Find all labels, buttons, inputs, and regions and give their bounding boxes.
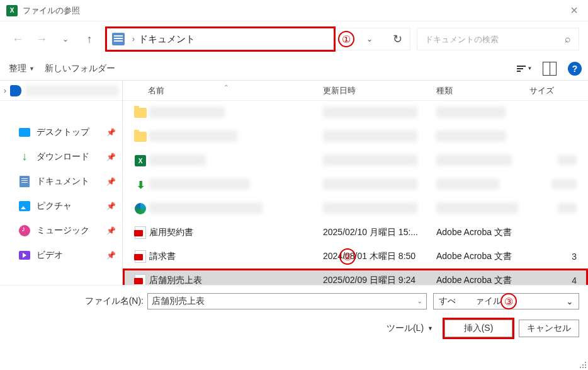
new-folder-button[interactable]: 新しいフォルダー [42, 63, 118, 74]
main-area: › デスクトップ 📌 ↓ ダウンロード 📌 ドキュメント 📌 ピクチャ 📌 ミ [0, 81, 588, 285]
list-item[interactable] [123, 125, 588, 149]
view-mode-button[interactable]: ▼ [515, 62, 534, 76]
tree-label: ピクチャ [37, 200, 100, 212]
file-type: Adobe Acroba 文書 [436, 275, 529, 285]
pin-icon: 📌 [106, 177, 116, 186]
forward-button[interactable]: → [33, 30, 50, 48]
redacted-text [149, 202, 263, 214]
column-size[interactable]: サイズ [529, 85, 588, 96]
address-location: ドキュメント [139, 33, 195, 45]
nav-row: ← → ⌄ ↑ › ドキュメント ① ⌄ ↻ ⌕ [0, 21, 588, 57]
downloads-icon: ↓ [22, 150, 28, 163]
onedrive-icon [10, 85, 21, 96]
toolbar: 整理 ▼ 新しいフォルダー ▼ ? [0, 57, 588, 81]
documents-icon [20, 176, 30, 187]
list-item[interactable] [123, 101, 588, 125]
chevron-down-icon: ▼ [427, 325, 433, 332]
tree-item-videos[interactable]: ビデオ 📌 [0, 243, 122, 267]
back-button[interactable]: ← [9, 30, 26, 48]
redacted-text [149, 154, 206, 166]
file-name: 店舗別売上表 [149, 275, 323, 285]
file-list: 名前 ⌃ 更新日時 種類 サイズ X [123, 81, 588, 285]
file-date: 2025/02/09 日曜日 9:24 [323, 275, 436, 285]
column-headers: 名前 ⌃ 更新日時 種類 サイズ [123, 81, 588, 101]
organize-menu[interactable]: 整理 ▼ [6, 63, 37, 74]
search-box[interactable]: ⌕ [417, 28, 579, 50]
pictures-icon [19, 201, 30, 211]
resize-grip[interactable] [577, 359, 587, 369]
redacted-text [436, 130, 506, 142]
filetype-filter[interactable]: すべ ァイル ⌄ ③ [433, 293, 579, 309]
window-title: ファイルの参照 [23, 5, 80, 16]
pin-icon: 📌 [106, 128, 116, 137]
navigation-tree: › デスクトップ 📌 ↓ ダウンロード 📌 ドキュメント 📌 ピクチャ 📌 ミ [0, 81, 123, 285]
tree-label: ドキュメント [37, 176, 100, 187]
excel-file-icon: X [135, 155, 146, 166]
search-input[interactable] [425, 35, 565, 44]
redacted-text [436, 107, 506, 118]
annotation-overlay [455, 296, 477, 307]
redacted-text [323, 154, 417, 166]
download-file-icon: ⬇ [135, 179, 146, 190]
footer: ファイル名(N): 店舗別売上表 ⌄ すべ ァイル ⌄ ③ ツール(L) ▼ 挿… [0, 285, 588, 345]
list-item[interactable] [123, 197, 588, 221]
tree-label: ダウンロード [37, 151, 100, 163]
file-date: 2025/02/10 月曜日 15:... [323, 227, 436, 238]
chevron-down-icon: ▼ [29, 66, 35, 72]
tree-item-documents[interactable]: ドキュメント 📌 [0, 169, 122, 194]
file-type: Adobe Acroba 文書 [436, 227, 529, 238]
tree-item-desktop[interactable]: デスクトップ 📌 [0, 120, 122, 144]
file-name: 雇用契約書 [149, 227, 323, 238]
redacted-text [436, 154, 512, 166]
tools-menu[interactable]: ツール(L) ▼ [387, 323, 433, 334]
annotation-marker-3: ③ [500, 293, 517, 309]
list-item-selected[interactable]: 店舗別売上表 2025/02/09 日曜日 9:24 Adobe Acroba … [123, 269, 588, 285]
redacted-text [436, 178, 499, 190]
address-history-dropdown[interactable]: ⌄ [354, 35, 385, 43]
tree-label: ミュージック [37, 225, 100, 236]
tree-onedrive-row[interactable]: › [0, 81, 122, 101]
tree-item-music[interactable]: ミュージック 📌 [0, 218, 122, 243]
tree-item-downloads[interactable]: ↓ ダウンロード 📌 [0, 144, 122, 169]
redacted-text [558, 203, 577, 213]
column-date[interactable]: 更新日時 [323, 85, 436, 96]
pdf-file-icon [135, 274, 146, 285]
column-name[interactable]: 名前 ⌃ [123, 85, 323, 96]
list-item[interactable]: 請求書 2024/08/01 木曜日 8:50 Adobe Acroba 文書 … [123, 245, 588, 269]
redacted-text [323, 130, 417, 142]
chevron-down-icon[interactable]: ⌄ [417, 298, 422, 304]
list-view-icon [517, 66, 526, 72]
column-type[interactable]: 種類 [436, 85, 529, 96]
list-item[interactable]: ⬇ [123, 173, 588, 197]
desktop-icon [19, 128, 30, 137]
refresh-button[interactable]: ↻ [385, 32, 410, 46]
redacted-text [323, 107, 417, 118]
redacted-text [436, 202, 518, 214]
videos-icon [19, 251, 30, 260]
filename-value: 店舗別売上表 [152, 296, 205, 307]
chevron-right-icon[interactable]: › [4, 86, 6, 95]
list-item[interactable]: X [123, 149, 588, 173]
address-bar[interactable]: › ドキュメント [105, 26, 336, 52]
pin-icon: 📌 [106, 251, 116, 260]
up-button[interactable]: ↑ [81, 30, 98, 48]
redacted-text [323, 202, 417, 214]
folder-icon [134, 108, 147, 118]
cancel-button[interactable]: キャンセル [519, 320, 579, 337]
tree-label: デスクトップ [37, 127, 100, 138]
preview-pane-button[interactable] [543, 62, 557, 76]
search-icon[interactable]: ⌕ [565, 33, 571, 45]
redacted-text [25, 85, 118, 96]
pdf-file-icon [135, 250, 146, 263]
redacted-text [149, 107, 225, 118]
close-icon[interactable]: × [567, 3, 582, 18]
filename-input[interactable]: 店舗別売上表 ⌄ [147, 293, 427, 309]
help-button[interactable]: ? [568, 62, 582, 76]
file-size: 3 [529, 251, 588, 262]
recent-dropdown[interactable]: ⌄ [57, 30, 74, 48]
list-item[interactable]: 雇用契約書 2025/02/10 月曜日 15:... Adobe Acroba… [123, 221, 588, 245]
insert-button[interactable]: 挿入(S) [444, 320, 512, 337]
documents-folder-icon [112, 33, 125, 45]
tree-item-pictures[interactable]: ピクチャ 📌 [0, 194, 122, 218]
file-name: 請求書 [149, 251, 323, 262]
